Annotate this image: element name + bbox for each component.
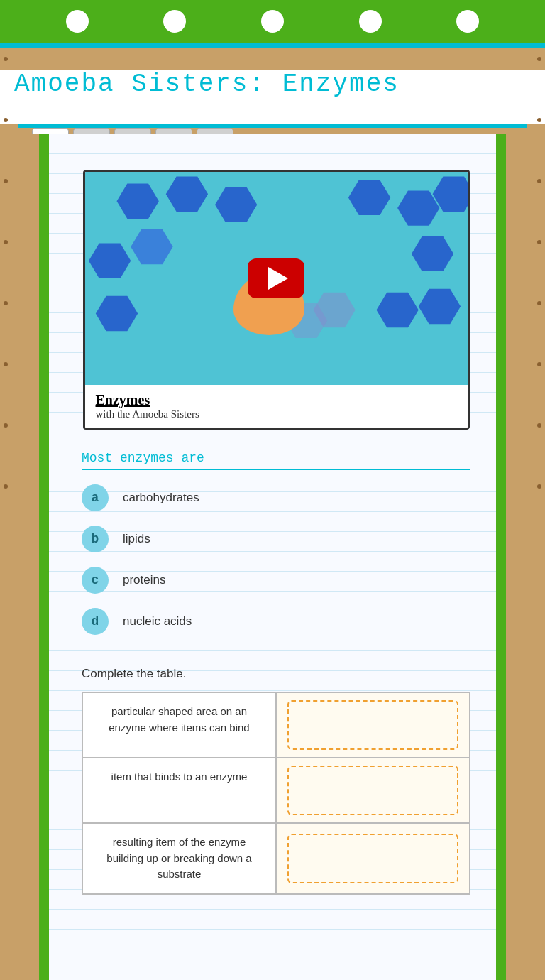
table-input-3[interactable] [276,823,470,894]
choice-bubble-b[interactable]: b [82,526,109,552]
top-bar-dot-3 [261,10,284,33]
video-caption-subtitle: with the Amoeba Sisters [96,408,457,420]
video-caption: Enzymes with the Amoeba Sisters [85,385,468,428]
svg-marker-9 [95,296,137,331]
choice-bubble-a[interactable]: a [82,484,109,511]
tab-5[interactable] [197,128,233,134]
video-container[interactable]: Enzymes with the Amoeba Sisters [83,170,470,430]
header-area: Amoeba Sisters: Enzymes [0,70,545,124]
top-bar-dot-5 [456,10,479,33]
choice-bubble-c[interactable]: c [82,567,109,594]
svg-marker-10 [376,293,418,327]
svg-marker-6 [88,244,130,278]
cork-dots-right [537,57,541,489]
svg-marker-8 [411,236,453,271]
cyan-divider-1 [0,43,545,48]
answer-choice-b[interactable]: b lipids [82,522,470,556]
tab-1[interactable] [32,128,69,134]
notebook-right-strip [496,134,506,980]
svg-marker-11 [418,289,460,324]
page-title: Amoeba Sisters: Enzymes [14,70,545,99]
tab-2[interactable] [73,128,110,134]
video-caption-title: Enzymes [96,392,457,408]
svg-marker-2 [214,187,256,222]
table-desc-2: item that binds to an enzyme [82,758,276,823]
table-input-1[interactable] [276,692,470,758]
answer-choice-d[interactable]: d nucleic acids [82,604,470,638]
answer-choice-a[interactable]: a carbohydrates [82,481,470,515]
play-icon [268,267,288,290]
svg-marker-3 [348,180,390,215]
notebook: Enzymes with the Amoeba Sisters Most enz… [39,134,506,980]
table-desc-3: resulting item of the enzyme building up… [82,823,276,894]
notebook-wrapper: Enzymes with the Amoeba Sisters Most enz… [18,128,527,980]
play-button[interactable] [248,258,304,298]
table-desc-1: particular shaped area on an enzyme wher… [82,692,276,758]
top-bar-dot-4 [359,10,382,33]
table-instruction: Complete the table. [82,667,470,681]
tab-3[interactable] [114,128,151,134]
answer-choice-c[interactable]: c proteins [82,563,470,597]
choice-text-c: proteins [123,573,165,587]
question-1-divider [82,469,470,470]
input-box-3[interactable] [287,834,458,883]
table-grid: particular shaped area on an enzyme wher… [82,692,470,895]
svg-marker-1 [165,177,207,212]
notebook-left-strip [39,134,49,980]
choice-text-d: nucleic acids [123,614,192,628]
svg-marker-0 [116,183,158,218]
choice-text-a: carbohydrates [123,491,199,505]
svg-marker-4 [397,190,439,225]
choice-bubble-d[interactable]: d [82,608,109,635]
top-bar-dot-2 [163,10,186,33]
tab-4[interactable] [155,128,192,134]
top-bar [0,0,545,43]
top-bar-dot-1 [66,10,89,33]
choice-text-b: lipids [123,532,150,546]
input-box-1[interactable] [287,700,458,750]
question-1-label: Most enzymes are [82,451,470,465]
content-area: Enzymes with the Amoeba Sisters Most enz… [82,148,470,895]
input-box-2[interactable] [287,766,458,815]
table-section: Complete the table. particular shaped ar… [82,667,470,895]
table-input-2[interactable] [276,758,470,823]
svg-marker-7 [131,229,172,264]
video-thumbnail [85,172,468,385]
notebook-tabs [18,128,527,134]
question-section-1: Most enzymes are a carbohydrates b lipid… [82,451,470,638]
cork-dots-left [4,57,8,489]
